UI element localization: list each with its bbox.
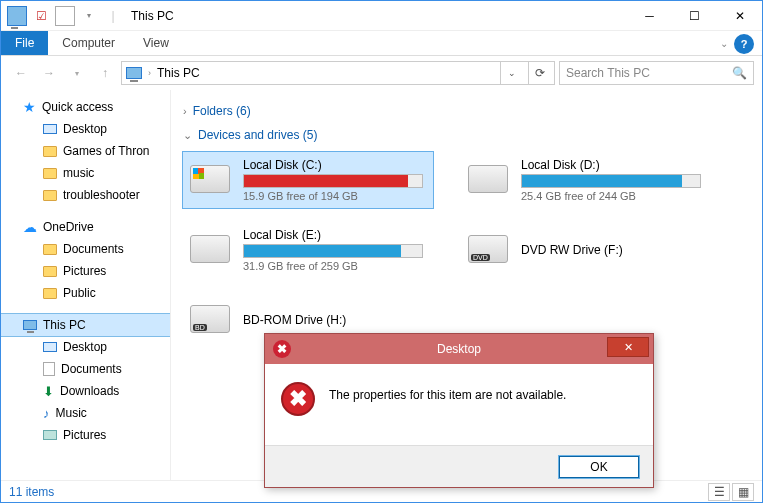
dialog-message: The properties for this item are not ava…: [329, 382, 566, 402]
music-icon: ♪: [43, 406, 50, 421]
qat-new-icon[interactable]: [55, 6, 75, 26]
qat-properties-icon[interactable]: ☑: [31, 6, 51, 26]
folder-icon: [43, 190, 57, 201]
sidebar-od-documents[interactable]: Documents: [1, 238, 170, 260]
sidebar-qa-troubleshooter[interactable]: troubleshooter: [1, 184, 170, 206]
capacity-bar: [521, 174, 701, 188]
desktop-icon: [43, 124, 57, 134]
folder-icon: [43, 244, 57, 255]
search-placeholder: Search This PC: [566, 66, 650, 80]
status-item-count: 11 items: [9, 485, 54, 499]
view-details-button[interactable]: ☰: [708, 483, 730, 501]
tab-file[interactable]: File: [1, 31, 48, 55]
group-drives[interactable]: ⌄ Devices and drives (5): [183, 128, 750, 142]
drive-name: Local Disk (C:): [243, 158, 429, 172]
ok-button[interactable]: OK: [559, 456, 639, 478]
sidebar-pc-documents[interactable]: Documents: [1, 358, 170, 380]
recent-dropdown[interactable]: ▾: [65, 61, 89, 85]
view-icons-button[interactable]: ▦: [732, 483, 754, 501]
dialog-title-error-icon: ✖: [273, 340, 291, 358]
pictures-icon: [43, 430, 57, 440]
desktop-icon: [43, 342, 57, 352]
sidebar-pc-desktop[interactable]: Desktop: [1, 336, 170, 358]
close-button[interactable]: ✕: [717, 1, 762, 31]
drive-item[interactable]: DVD RW Drive (F:): [461, 222, 711, 278]
sidebar-pc-pictures[interactable]: Pictures: [1, 424, 170, 446]
forward-button[interactable]: →: [37, 61, 61, 85]
drive-free-text: 15.9 GB free of 194 GB: [243, 190, 429, 202]
dialog-title-bar[interactable]: ✖ Desktop ✕: [265, 334, 653, 364]
folder-icon: [43, 146, 57, 157]
sidebar-od-public[interactable]: Public: [1, 282, 170, 304]
chevron-down-icon: ⌄: [183, 129, 192, 142]
sidebar-pc-music[interactable]: ♪Music: [1, 402, 170, 424]
chevron-right-icon: ›: [183, 105, 187, 117]
capacity-bar: [243, 244, 423, 258]
document-icon: [43, 362, 55, 376]
address-bar[interactable]: › This PC ⌄ ⟳: [121, 61, 555, 85]
minimize-button[interactable]: ─: [627, 1, 672, 31]
drive-icon: [187, 226, 233, 272]
dialog-close-button[interactable]: ✕: [607, 337, 649, 357]
dialog-title: Desktop: [437, 342, 481, 356]
back-button[interactable]: ←: [9, 61, 33, 85]
qat-dropdown-icon[interactable]: ▾: [79, 6, 99, 26]
search-input[interactable]: Search This PC 🔍: [559, 61, 754, 85]
drive-item[interactable]: Local Disk (E:) 31.9 GB free of 259 GB: [183, 222, 433, 278]
title-bar: ☑ ▾ | This PC ─ ☐ ✕: [1, 1, 762, 31]
capacity-bar: [243, 174, 423, 188]
drive-name: Local Disk (E:): [243, 228, 429, 242]
group-folders[interactable]: › Folders (6): [183, 104, 750, 118]
drive-item[interactable]: Local Disk (D:) 25.4 GB free of 244 GB: [461, 152, 711, 208]
tab-computer[interactable]: Computer: [48, 31, 129, 55]
window-title: This PC: [131, 9, 174, 23]
drive-name: BD-ROM Drive (H:): [243, 313, 429, 327]
help-button[interactable]: ?: [734, 34, 754, 54]
ribbon-expand-icon[interactable]: ⌄: [720, 38, 728, 49]
drive-icon: [187, 296, 233, 342]
sidebar-qa-desktop[interactable]: Desktop: [1, 118, 170, 140]
drive-free-text: 31.9 GB free of 259 GB: [243, 260, 429, 272]
download-icon: ⬇: [43, 384, 54, 399]
drive-name: DVD RW Drive (F:): [521, 243, 707, 257]
tab-view[interactable]: View: [129, 31, 183, 55]
drive-icon: [187, 156, 233, 202]
sidebar-onedrive[interactable]: ☁OneDrive: [1, 216, 170, 238]
folder-icon: [43, 168, 57, 179]
drive-free-text: 25.4 GB free of 244 GB: [521, 190, 707, 202]
sidebar-this-pc[interactable]: This PC: [1, 314, 170, 336]
nav-bar: ← → ▾ ↑ › This PC ⌄ ⟳ Search This PC 🔍: [1, 56, 762, 90]
search-icon: 🔍: [732, 66, 747, 80]
drive-item[interactable]: Local Disk (C:) 15.9 GB free of 194 GB: [183, 152, 433, 208]
drive-icon: [465, 226, 511, 272]
up-button[interactable]: ↑: [93, 61, 117, 85]
error-dialog: ✖ Desktop ✕ ✖ The properties for this it…: [264, 333, 654, 488]
qat-pc-icon: [7, 6, 27, 26]
navigation-pane: ★Quick access Desktop Games of Thron mus…: [1, 90, 171, 480]
drive-name: Local Disk (D:): [521, 158, 707, 172]
maximize-button[interactable]: ☐: [672, 1, 717, 31]
pc-icon: [23, 320, 37, 330]
cloud-icon: ☁: [23, 219, 37, 235]
sidebar-qa-music[interactable]: music: [1, 162, 170, 184]
ribbon: File Computer View ⌄ ?: [1, 31, 762, 56]
address-history-dropdown[interactable]: ⌄: [500, 62, 522, 84]
sidebar-od-pictures[interactable]: Pictures: [1, 260, 170, 282]
sidebar-qa-games[interactable]: Games of Thron: [1, 140, 170, 162]
address-pc-icon: [126, 67, 142, 79]
folder-icon: [43, 266, 57, 277]
star-icon: ★: [23, 99, 36, 115]
drive-icon: [465, 156, 511, 202]
folder-icon: [43, 288, 57, 299]
refresh-button[interactable]: ⟳: [528, 62, 550, 84]
error-icon: ✖: [281, 382, 315, 416]
address-crumb[interactable]: This PC: [157, 66, 200, 80]
sidebar-pc-downloads[interactable]: ⬇Downloads: [1, 380, 170, 402]
sidebar-quick-access[interactable]: ★Quick access: [1, 96, 170, 118]
